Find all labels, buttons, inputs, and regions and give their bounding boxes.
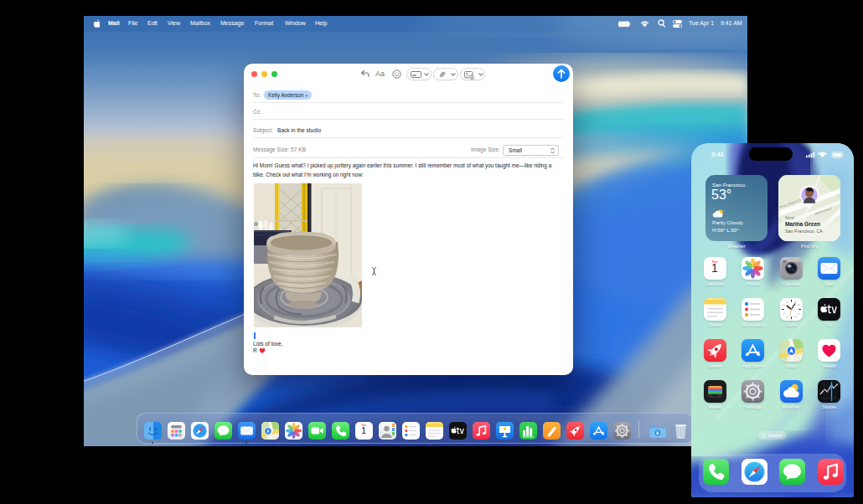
svg-text:Marina Green: Marina Green (785, 221, 820, 227)
svg-text:Now: Now (785, 215, 794, 220)
svg-text:San Francisco, CA: San Francisco, CA (785, 229, 823, 234)
